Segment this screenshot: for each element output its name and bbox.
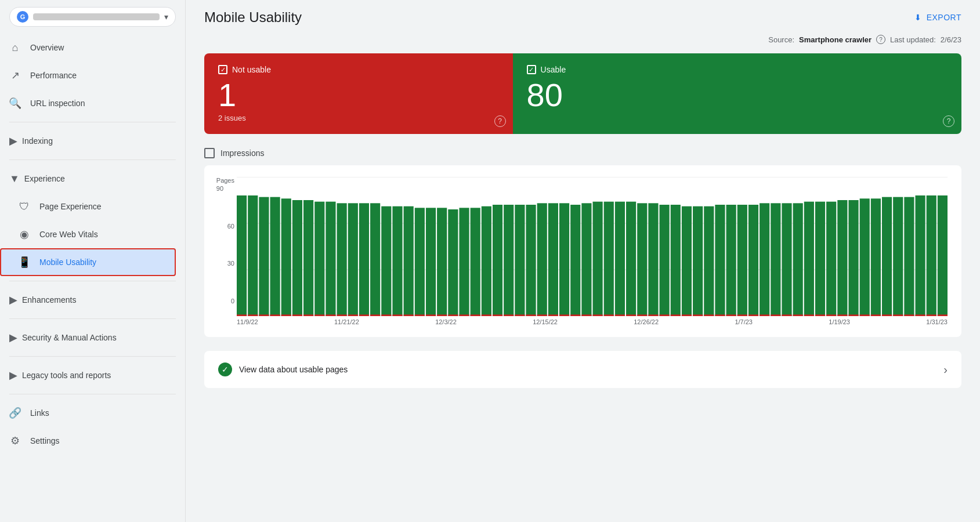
svg-rect-4 [237, 195, 247, 316]
svg-rect-54 [515, 205, 525, 316]
svg-rect-5 [237, 314, 247, 316]
svg-rect-110 [826, 202, 836, 316]
svg-rect-65 [570, 314, 580, 316]
svg-rect-83 [671, 314, 681, 316]
sidebar-item-page-experience[interactable]: 🛡 Page Experience [0, 193, 176, 220]
svg-rect-31 [381, 314, 391, 316]
svg-rect-74 [626, 202, 636, 316]
sidebar-item-enhancements[interactable]: ▶ Enhancements [0, 286, 185, 314]
svg-rect-115 [848, 314, 858, 316]
y-axis: Pages 90 60 30 0 [218, 177, 237, 328]
sidebar-item-label: Overview [30, 43, 64, 52]
svg-rect-13 [281, 314, 291, 316]
search-icon: 🔍 [9, 97, 21, 109]
svg-rect-97 [748, 314, 758, 316]
svg-rect-96 [748, 205, 758, 316]
sidebar-item-overview[interactable]: ⌂ Overview [0, 34, 176, 61]
trending-up-icon: ↗ [9, 70, 21, 81]
site-name [33, 13, 160, 20]
sidebar-item-links[interactable]: 🔗 Links [0, 399, 176, 427]
sidebar-item-mobile-usability[interactable]: 📱 Mobile Usability [0, 248, 176, 276]
svg-rect-70 [604, 202, 614, 316]
x-labels: 11/9/22 11/21/22 12/3/22 12/15/22 12/26/… [237, 316, 948, 325]
svg-rect-11 [270, 314, 280, 316]
svg-rect-117 [860, 314, 870, 316]
svg-rect-101 [771, 314, 780, 316]
svg-rect-92 [726, 205, 736, 316]
svg-rect-34 [404, 206, 414, 316]
not-usable-help-icon[interactable]: ? [494, 115, 506, 127]
usable-help-icon[interactable]: ? [943, 115, 954, 127]
svg-rect-45 [459, 314, 469, 316]
sidebar-item-performance[interactable]: ↗ Performance [0, 61, 176, 89]
gauge-icon: ◉ [19, 229, 30, 240]
usable-checkbox-row: ✓ Usable [527, 65, 948, 74]
sidebar-item-legacy[interactable]: ▶ Legacy tools and reports [0, 361, 185, 389]
svg-rect-76 [637, 203, 647, 316]
svg-rect-15 [292, 314, 302, 316]
source-value: Smartphone crawler [799, 35, 871, 44]
impressions-row: Impressions [204, 148, 961, 158]
svg-rect-71 [604, 314, 614, 316]
svg-rect-17 [303, 314, 313, 316]
svg-rect-35 [404, 314, 414, 316]
svg-rect-127 [915, 314, 925, 316]
svg-rect-89 [704, 314, 714, 316]
export-button[interactable]: ⬇ EXPORT [914, 13, 961, 22]
link-icon: 🔗 [9, 407, 21, 419]
sidebar-item-label: Mobile Usability [39, 258, 96, 267]
usable-checkbox[interactable]: ✓ [527, 65, 536, 74]
svg-rect-82 [671, 205, 681, 316]
svg-rect-123 [893, 314, 903, 316]
site-selector[interactable]: G ▾ [9, 7, 176, 27]
sidebar-item-label: Links [30, 408, 49, 418]
y-tick-0: 0 [231, 298, 234, 304]
svg-rect-27 [359, 314, 369, 316]
svg-rect-55 [515, 314, 525, 316]
svg-rect-60 [548, 203, 558, 316]
svg-rect-112 [837, 200, 847, 316]
sidebar-item-core-web-vitals[interactable]: ◉ Core Web Vitals [0, 220, 176, 248]
svg-rect-50 [493, 205, 502, 316]
svg-rect-43 [448, 314, 458, 316]
svg-rect-37 [415, 314, 425, 316]
svg-rect-58 [537, 203, 547, 316]
svg-rect-125 [904, 314, 914, 316]
sidebar-item-url-inspection[interactable]: 🔍 URL inspection [0, 89, 176, 117]
shield-icon: 🛡 [19, 201, 30, 212]
sidebar-item-indexing[interactable]: ▶ Indexing [0, 127, 185, 155]
svg-rect-59 [537, 314, 547, 316]
view-data-card[interactable]: ✓ View data about usable pages › [204, 351, 961, 388]
svg-rect-94 [737, 205, 747, 316]
svg-rect-107 [804, 314, 814, 316]
sidebar-nav: ⌂ Overview ↗ Performance 🔍 URL inspectio… [0, 34, 185, 522]
impressions-checkbox[interactable] [204, 148, 215, 158]
svg-rect-130 [938, 195, 948, 316]
not-usable-checkbox[interactable]: ✓ [218, 65, 227, 74]
svg-rect-40 [437, 208, 447, 316]
sidebar-item-security[interactable]: ▶ Security & Manual Actions [0, 324, 185, 351]
svg-rect-116 [860, 198, 870, 316]
not-usable-label: Not usable [232, 65, 271, 74]
svg-rect-14 [292, 200, 302, 316]
svg-rect-18 [314, 202, 324, 316]
svg-rect-47 [471, 314, 480, 316]
svg-rect-26 [359, 203, 369, 316]
source-bar: Source: Smartphone crawler ? Last update… [204, 35, 961, 44]
help-icon[interactable]: ? [876, 35, 885, 44]
chart-container: Pages 90 60 30 0 11/9/22 11/21/22 12/3/2… [204, 165, 961, 337]
svg-rect-122 [893, 197, 903, 316]
svg-rect-68 [593, 202, 603, 316]
svg-rect-78 [648, 203, 658, 316]
sidebar: G ▾ ⌂ Overview ↗ Performance 🔍 URL inspe… [0, 0, 186, 522]
sidebar-item-label: Enhancements [22, 295, 76, 304]
x-label: 12/3/22 [435, 318, 457, 325]
content-area: Source: Smartphone crawler ? Last update… [186, 35, 980, 522]
svg-rect-98 [760, 203, 769, 316]
y-label: Pages 90 [216, 177, 234, 192]
svg-rect-121 [882, 314, 892, 316]
sidebar-item-settings[interactable]: ⚙ Settings [0, 427, 176, 455]
svg-rect-131 [938, 314, 948, 316]
x-label: 12/15/22 [533, 318, 558, 325]
sidebar-item-experience[interactable]: ▼ Experience [0, 165, 185, 193]
